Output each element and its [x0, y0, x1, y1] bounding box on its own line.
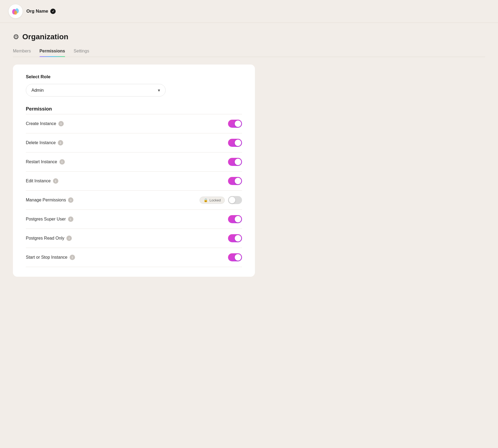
- locked-label: Locked: [209, 198, 221, 202]
- permission-list: Create Instance i Delete Instance i: [26, 114, 242, 267]
- edit-instance-right: [228, 177, 242, 185]
- delete-instance-right: [228, 139, 242, 147]
- permission-label-restart-instance: Restart Instance i: [26, 159, 65, 165]
- create-instance-toggle[interactable]: [228, 120, 242, 128]
- restart-instance-right: [228, 158, 242, 166]
- postgres-read-only-right: [228, 234, 242, 242]
- gear-icon: ⚙: [13, 33, 19, 41]
- postgres-read-only-info-icon[interactable]: i: [66, 236, 72, 241]
- restart-instance-label: Restart Instance: [26, 159, 57, 164]
- start-or-stop-instance-toggle[interactable]: [228, 253, 242, 261]
- postgres-super-user-label: Postgres Super User: [26, 217, 66, 222]
- permission-row-edit-instance: Edit Instance i: [26, 172, 242, 191]
- postgres-super-user-right: [228, 215, 242, 223]
- permission-row-create-instance: Create Instance i: [26, 114, 242, 133]
- page-title: Organization: [22, 33, 68, 41]
- permission-label-edit-instance: Edit Instance i: [26, 178, 58, 184]
- edit-instance-toggle[interactable]: [228, 177, 242, 185]
- permission-row-start-or-stop-instance: Start or Stop Instance i: [26, 248, 242, 267]
- permission-label-postgres-super-user: Postgres Super User i: [26, 216, 73, 222]
- manage-permissions-label: Manage Permissions: [26, 198, 66, 202]
- permission-label-create-instance: Create Instance i: [26, 121, 64, 126]
- manage-permissions-right: 🔒 Locked: [200, 196, 242, 204]
- logo: [9, 4, 23, 18]
- postgres-read-only-label: Postgres Read Only: [26, 236, 64, 241]
- logo-icon: [11, 7, 20, 16]
- permission-label-start-or-stop-instance: Start or Stop Instance i: [26, 255, 75, 260]
- permission-label-postgres-read-only: Postgres Read Only i: [26, 236, 72, 241]
- delete-instance-info-icon[interactable]: i: [58, 140, 63, 145]
- tab-settings[interactable]: Settings: [74, 49, 89, 57]
- permission-row-manage-permissions: Manage Permissions i 🔒 Locked: [26, 191, 242, 210]
- verified-badge: ✓: [50, 9, 56, 14]
- permission-row-restart-instance: Restart Instance i: [26, 152, 242, 172]
- edit-instance-info-icon[interactable]: i: [53, 178, 58, 184]
- tabs: Members Permissions Settings: [13, 49, 485, 57]
- role-select[interactable]: Admin Member Viewer: [26, 84, 166, 97]
- create-instance-right: [228, 120, 242, 128]
- create-instance-label: Create Instance: [26, 121, 56, 126]
- postgres-super-user-toggle[interactable]: [228, 215, 242, 223]
- permission-row-postgres-super-user: Postgres Super User i: [26, 210, 242, 229]
- lock-icon: 🔒: [204, 198, 208, 202]
- tab-permissions[interactable]: Permissions: [40, 49, 65, 57]
- select-role-label: Select Role: [26, 74, 242, 80]
- start-or-stop-instance-info-icon[interactable]: i: [70, 255, 75, 260]
- restart-instance-info-icon[interactable]: i: [59, 159, 65, 165]
- manage-permissions-info-icon[interactable]: i: [68, 197, 73, 203]
- delete-instance-toggle[interactable]: [228, 139, 242, 147]
- locked-badge: 🔒 Locked: [200, 197, 225, 204]
- permission-row-delete-instance: Delete Instance i: [26, 133, 242, 152]
- create-instance-info-icon[interactable]: i: [58, 121, 64, 126]
- postgres-read-only-toggle[interactable]: [228, 234, 242, 242]
- manage-permissions-toggle[interactable]: [228, 196, 242, 204]
- permissions-card: Select Role Admin Member Viewer ▼ Permis…: [13, 65, 255, 277]
- start-or-stop-instance-label: Start or Stop Instance: [26, 255, 67, 260]
- role-select-wrapper: Admin Member Viewer ▼: [26, 84, 166, 97]
- permission-heading: Permission: [26, 106, 242, 112]
- restart-instance-toggle[interactable]: [228, 158, 242, 166]
- delete-instance-label: Delete Instance: [26, 140, 56, 145]
- permission-row-postgres-read-only: Postgres Read Only i: [26, 229, 242, 248]
- svg-point-2: [14, 10, 17, 15]
- start-or-stop-instance-right: [228, 253, 242, 261]
- edit-instance-label: Edit Instance: [26, 179, 51, 183]
- permission-label-manage-permissions: Manage Permissions i: [26, 197, 73, 203]
- header: Org Name ✓: [0, 0, 498, 23]
- page-content: ⚙ Organization Members Permissions Setti…: [0, 23, 498, 286]
- postgres-super-user-info-icon[interactable]: i: [68, 216, 73, 222]
- permission-label-delete-instance: Delete Instance i: [26, 140, 63, 145]
- org-name-row: Org Name ✓: [26, 9, 56, 14]
- page-title-row: ⚙ Organization: [13, 33, 485, 41]
- org-name: Org Name: [26, 9, 48, 14]
- tab-members[interactable]: Members: [13, 49, 31, 57]
